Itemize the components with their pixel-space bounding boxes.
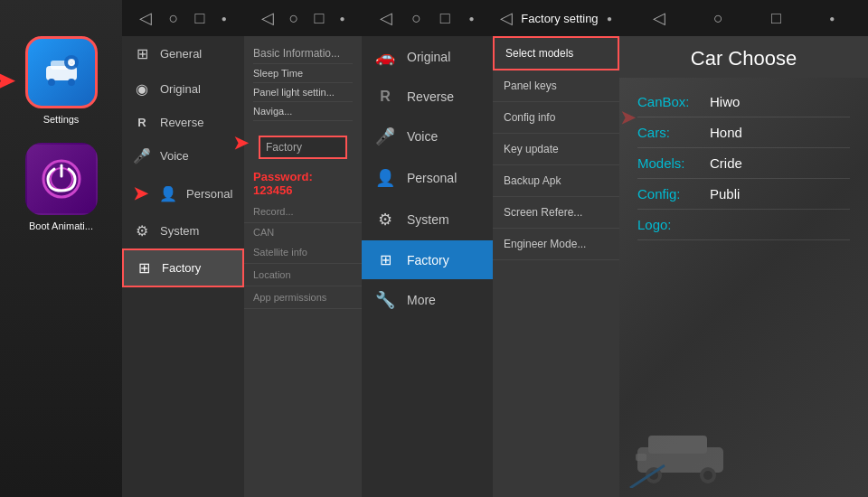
panel-basic-info: ◁ ○ □ ● Basic Informatio... Sleep Time P…: [244, 0, 362, 497]
dot-icon-6: ●: [829, 14, 835, 23]
fmenu-factory-icon: ⊞: [374, 251, 396, 268]
satellite-info[interactable]: Satellite info: [244, 241, 362, 264]
home-icon-3[interactable]: ○: [289, 9, 299, 28]
config-row[interactable]: Config: Publi: [637, 179, 850, 210]
svg-point-3: [68, 79, 75, 86]
home-icon-4[interactable]: ○: [411, 9, 421, 28]
menu-voice[interactable]: 🎤 Voice: [122, 138, 244, 173]
cars-row[interactable]: Cars: Hond: [637, 117, 850, 148]
home-icon-6[interactable]: ○: [713, 9, 723, 28]
setting-panel-keys[interactable]: Panel keys: [493, 70, 619, 102]
dot-icon-2: ●: [222, 14, 227, 23]
panel-apps: ➤ ⚙ Settings: [0, 0, 122, 497]
setting-engineer-mode[interactable]: Engineer Mode...: [493, 229, 619, 260]
menu-factory[interactable]: ⊞ Factory: [122, 248, 244, 287]
fmenu-reverse-icon: R: [374, 89, 396, 105]
factory-menu-system[interactable]: ⚙ System: [362, 199, 493, 240]
menu-general-label: General: [160, 47, 202, 61]
factory-menu-personal[interactable]: 👤 Personal: [362, 157, 493, 199]
back-icon-5[interactable]: ◁: [500, 8, 513, 28]
logo-row[interactable]: Logo:: [637, 210, 850, 240]
record-item[interactable]: Record...: [244, 201, 362, 223]
settings-svg: ⚙: [39, 50, 84, 95]
back-icon-6[interactable]: ◁: [653, 8, 665, 28]
back-icon-2[interactable]: ◁: [139, 8, 152, 28]
square-icon-4[interactable]: □: [440, 9, 450, 28]
menu-general[interactable]: ⊞ General: [122, 36, 244, 71]
fmenu-factory-label: Factory: [407, 253, 449, 267]
nav-bar-4: ◁ ○ □ ●: [362, 0, 493, 36]
key-update-label: Key update: [504, 143, 559, 155]
factory-menu-original[interactable]: 🚗 Original: [362, 36, 493, 78]
back-icon-3[interactable]: ◁: [261, 8, 274, 28]
svg-rect-15: [636, 454, 646, 461]
square-icon-6[interactable]: □: [771, 9, 781, 28]
password-display: Password: 123456: [244, 166, 362, 201]
nav-bar-6: ◁ ○ □ ●: [619, 0, 868, 36]
panel-car-choose: ◁ ○ □ ● Car Choose CanBox: Hiwo Cars: Ho…: [619, 0, 868, 497]
fmenu-voice-icon: 🎤: [374, 127, 396, 146]
naviga[interactable]: Naviga...: [253, 102, 353, 121]
factory-text: Factory: [266, 141, 302, 154]
setting-screen-ref[interactable]: Screen Refere...: [493, 197, 619, 229]
models-value: Cride: [710, 155, 742, 171]
panel-keys-label: Panel keys: [504, 80, 557, 92]
nav-bar-2: ◁ ○ □ ●: [122, 0, 244, 36]
sleep-time[interactable]: Sleep Time: [253, 64, 353, 83]
square-icon-2[interactable]: □: [195, 9, 205, 28]
reverse-icon: R: [133, 116, 151, 129]
config-label: Config:: [637, 186, 710, 202]
menu-original[interactable]: ◉ Original: [122, 71, 244, 107]
menu-factory-label: Factory: [162, 261, 201, 275]
canbox-value: Hiwo: [710, 94, 740, 109]
back-icon-4[interactable]: ◁: [380, 8, 392, 28]
settings-app[interactable]: ➤ ⚙ Settings: [25, 36, 98, 125]
boot-label: Boot Animati...: [29, 220, 93, 231]
menu-personal-label: Personal: [186, 187, 232, 201]
factory-menu-voice[interactable]: 🎤 Voice: [362, 116, 493, 157]
fmenu-voice-label: Voice: [407, 129, 438, 144]
voice-icon: 🎤: [133, 147, 151, 164]
svg-point-14: [703, 471, 712, 480]
backup-apk-label: Backup Apk: [504, 174, 561, 187]
boot-app-icon[interactable]: [25, 143, 98, 215]
menu-system-label: System: [160, 224, 199, 238]
setting-backup-apk[interactable]: Backup Apk: [493, 165, 619, 197]
can-label: CAN: [244, 223, 362, 241]
fmenu-personal-label: Personal: [407, 171, 457, 185]
setting-select-models[interactable]: Select models: [493, 36, 619, 70]
settings-app-icon[interactable]: ⚙: [25, 36, 98, 108]
dot-icon-4: ●: [469, 14, 475, 23]
car-info-fields: CanBox: Hiwo Cars: Hond Models: Cride Co…: [619, 78, 868, 249]
nav-bar-3: ◁ ○ □ ●: [244, 0, 362, 36]
menu-system[interactable]: ⚙ System: [122, 213, 244, 248]
location-item[interactable]: Location: [244, 264, 362, 286]
factory-box-label[interactable]: Factory: [259, 136, 347, 159]
factory-menu-more[interactable]: 🔧 More: [362, 279, 493, 321]
square-icon-3[interactable]: □: [314, 9, 324, 28]
engineer-mode-label: Engineer Mode...: [504, 238, 586, 250]
logo-label: Logo:: [637, 217, 710, 232]
setting-config-info[interactable]: Config info ➤: [493, 102, 619, 134]
factory-icon: ⊞: [135, 259, 153, 277]
nav-bar-5: ◁ Factory setting ●: [493, 0, 619, 36]
home-icon-2[interactable]: ○: [168, 9, 178, 28]
factory-menu-factory[interactable]: ⊞ Factory: [362, 240, 493, 279]
fmenu-original-icon: 🚗: [374, 47, 396, 67]
models-row[interactable]: Models: Cride: [637, 148, 850, 179]
dot-icon-3: ●: [339, 14, 344, 23]
menu-reverse[interactable]: R Reverse: [122, 107, 244, 138]
boot-app[interactable]: Boot Animati...: [25, 143, 98, 231]
panel-light[interactable]: Panel light settin...: [253, 83, 353, 102]
setting-key-update[interactable]: Key update: [493, 134, 619, 165]
cars-label: Cars:: [637, 125, 710, 140]
factory-menu-reverse[interactable]: R Reverse: [362, 78, 493, 116]
canbox-row[interactable]: CanBox: Hiwo: [637, 87, 850, 117]
fmenu-system-icon: ⚙: [374, 210, 396, 230]
menu-personal[interactable]: ➤ 👤 Personal: [122, 173, 244, 213]
svg-rect-10: [648, 436, 707, 454]
app-permissions[interactable]: App permissions: [244, 286, 362, 309]
fmenu-more-label: More: [407, 293, 436, 307]
menu-reverse-label: Reverse: [160, 116, 203, 129]
panel-factory-menu: ◁ ○ □ ● 🚗 Original R Reverse 🎤 Voice 👤 P…: [362, 0, 493, 497]
